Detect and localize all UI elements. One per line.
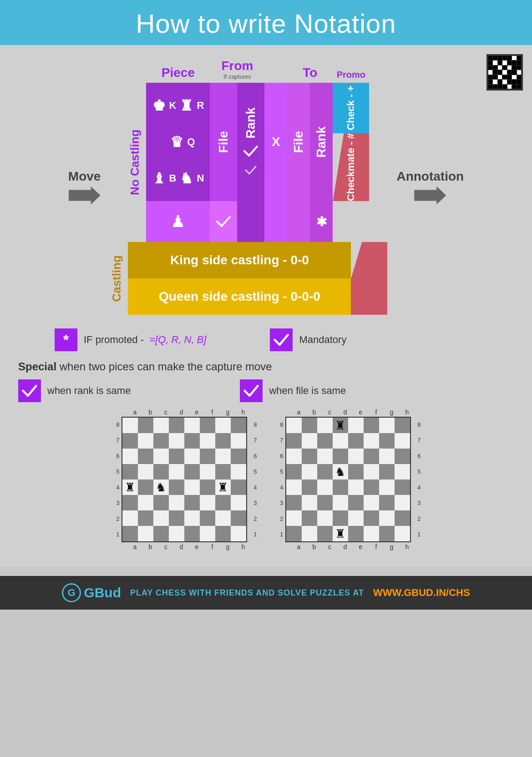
from-header-sub: If captures bbox=[210, 73, 264, 80]
bishop-icon: ♝ bbox=[152, 170, 166, 187]
to-rank-col: Rank bbox=[310, 83, 333, 201]
star-promo-text: =[Q, R, N, B] bbox=[149, 334, 206, 345]
cell-0-7 bbox=[395, 418, 410, 433]
queen-icon: ♛ bbox=[170, 133, 183, 151]
star-legend-box: * bbox=[55, 328, 77, 351]
cell-3-3 bbox=[169, 464, 184, 479]
page-header: How to write Notation bbox=[0, 0, 532, 45]
cell-7-6 bbox=[215, 526, 231, 541]
cell-7-7 bbox=[395, 526, 410, 541]
cell-1-1 bbox=[302, 433, 317, 449]
piece-header: Piece bbox=[146, 66, 210, 80]
cell-2-5 bbox=[364, 449, 379, 464]
castling-full-row: Castling King side castling - 0-0 Queen … bbox=[105, 242, 387, 315]
cell-0-1 bbox=[302, 418, 317, 433]
checkmate-cell: Checkmate - # bbox=[333, 133, 369, 201]
cell-2-6 bbox=[379, 449, 395, 464]
from-rank-label: Rank bbox=[243, 107, 258, 138]
star-legend-icon: * bbox=[63, 332, 69, 348]
rank-same-item: when rank is same bbox=[18, 379, 131, 402]
cell-6-0 bbox=[286, 510, 302, 526]
board2-side-labels-right: 8 7 6 5 4 3 2 1 bbox=[413, 417, 421, 542]
cell-6-7 bbox=[395, 510, 410, 526]
check-legend-item: Mandatory bbox=[270, 328, 346, 351]
page-wrapper: How to write Notation Move bbox=[0, 0, 532, 610]
chess-board-2: ♜♞♜ bbox=[285, 417, 411, 542]
from-column: File Rank bbox=[210, 83, 264, 201]
knight-label: N bbox=[197, 172, 204, 184]
board2-inner: 8 7 6 5 4 3 2 1 ♜♞♜ 8 7 bbox=[275, 417, 421, 542]
check-legend-icon bbox=[273, 332, 289, 348]
pieces-row: ♚ K ♜ R ♛ Q bbox=[146, 83, 369, 201]
cell-0-6 bbox=[215, 418, 231, 433]
cell-1-2 bbox=[317, 433, 333, 449]
cell-4-6: ♜ bbox=[215, 479, 231, 495]
no-castling-label: No Castling bbox=[128, 103, 142, 222]
cell-0-3 bbox=[169, 418, 184, 433]
piece-row-bottom2: ♝ B ♞ N bbox=[152, 170, 204, 187]
cell-3-3: ♞ bbox=[333, 464, 348, 479]
promo-header: Promo bbox=[333, 70, 369, 80]
bishop-label: B bbox=[169, 172, 177, 184]
cell-1-6 bbox=[215, 433, 231, 449]
cell-6-2 bbox=[153, 510, 169, 526]
footer-url: WWW.GBUD.IN/CHS bbox=[373, 587, 470, 599]
cell-1-0 bbox=[286, 433, 302, 449]
annotation-text: Annotation bbox=[396, 169, 464, 184]
move-arrow bbox=[69, 187, 101, 205]
cell-1-0 bbox=[122, 433, 138, 449]
cell-5-1 bbox=[138, 495, 153, 510]
grid-outer: No Castling ♚ K ♜ bbox=[123, 83, 369, 242]
cell-3-5 bbox=[364, 464, 379, 479]
board1-label-e: e bbox=[189, 409, 205, 416]
board2-wrapper: a b c d e f g h 8 7 6 5 bbox=[275, 409, 421, 550]
file-same-item: when file is same bbox=[240, 379, 346, 402]
cell-2-0 bbox=[122, 449, 138, 464]
board1-wrapper: a b c d e f g h 8 7 6 5 bbox=[111, 409, 257, 550]
piece-row-bottom: ♛ Q bbox=[161, 133, 195, 151]
cell-3-2 bbox=[317, 464, 333, 479]
cell-4-0: ♜ bbox=[122, 479, 138, 495]
cell-0-3: ♜ bbox=[333, 418, 348, 433]
cell-2-2 bbox=[153, 449, 169, 464]
footer-g-circle: G bbox=[62, 583, 81, 602]
cell-1-3 bbox=[169, 433, 184, 449]
cell-6-0 bbox=[122, 510, 138, 526]
cell-6-4 bbox=[348, 510, 364, 526]
cell-4-3 bbox=[333, 479, 348, 495]
cell-2-3 bbox=[169, 449, 184, 464]
cell-4-5 bbox=[364, 479, 379, 495]
cell-3-7 bbox=[231, 464, 246, 479]
cell-4-1 bbox=[302, 479, 317, 495]
footer: G GBud PLAY CHESS WITH FRIENDS AND SOLVE… bbox=[0, 576, 532, 610]
cell-7-4 bbox=[348, 526, 364, 541]
board2-side-labels-left: 8 7 6 5 4 3 2 1 bbox=[275, 417, 284, 542]
cell-0-7 bbox=[231, 418, 246, 433]
move-text: Move bbox=[68, 169, 101, 184]
cell-2-6 bbox=[215, 449, 231, 464]
cell-7-5 bbox=[200, 526, 215, 541]
board1-label-a: a bbox=[127, 409, 143, 416]
to-file-col: File bbox=[287, 83, 310, 201]
from-file-label: File bbox=[216, 131, 231, 153]
queen-label: Q bbox=[187, 136, 195, 148]
board1-side-labels-left: 8 7 6 5 4 3 2 1 bbox=[111, 417, 120, 542]
cell-6-6 bbox=[215, 510, 231, 526]
castling-checkmate-bg2 bbox=[351, 278, 387, 315]
cell-3-4 bbox=[184, 464, 200, 479]
move-label: Move bbox=[68, 169, 101, 205]
cell-1-5 bbox=[364, 433, 379, 449]
pawn-empty-cell bbox=[237, 201, 264, 242]
pawn-row: ♟ ✱ bbox=[146, 201, 369, 242]
castling-checkmate-bg bbox=[351, 242, 387, 278]
cell-5-0 bbox=[122, 495, 138, 510]
from-header-main: From bbox=[210, 59, 264, 73]
footer-tagline: PLAY CHESS WITH FRIENDS AND SOLVE PUZZLE… bbox=[130, 588, 364, 598]
cell-1-7 bbox=[395, 433, 410, 449]
board1-label-g: g bbox=[220, 409, 236, 416]
cell-4-4 bbox=[348, 479, 364, 495]
capture-column: X bbox=[264, 83, 287, 201]
cell-7-2 bbox=[153, 526, 169, 541]
boards-section: a b c d e f g h 8 7 6 5 bbox=[18, 409, 514, 550]
cell-7-4 bbox=[184, 526, 200, 541]
